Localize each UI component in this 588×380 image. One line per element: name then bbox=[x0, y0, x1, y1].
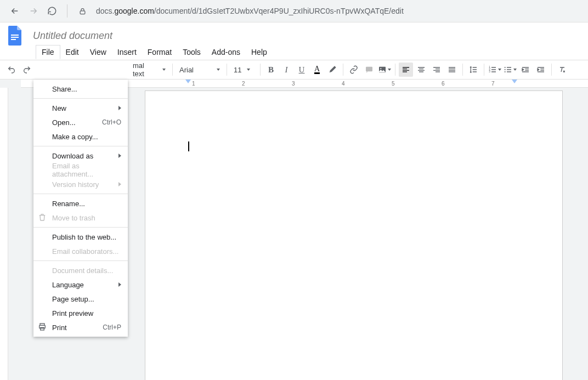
menu-rename[interactable]: Rename... bbox=[33, 196, 128, 211]
link-button[interactable] bbox=[347, 63, 361, 77]
chevron-down-icon bbox=[513, 69, 517, 71]
highlight-button[interactable] bbox=[325, 63, 340, 77]
align-left-button[interactable] bbox=[399, 63, 413, 77]
font-label: Arial bbox=[179, 66, 194, 74]
line-spacing-button[interactable] bbox=[466, 63, 480, 77]
file-menu-dropdown: Share... New Open...Ctrl+O Make a copy..… bbox=[33, 80, 128, 337]
workspace: 1 2 3 4 5 6 7 Share... New Open...Ctrl+O… bbox=[0, 80, 588, 380]
increase-indent-button[interactable] bbox=[534, 63, 548, 77]
numbered-list-button[interactable]: 123 bbox=[488, 63, 502, 77]
menu-edit[interactable]: Edit bbox=[60, 46, 84, 59]
separator bbox=[33, 260, 128, 261]
chevron-down-icon bbox=[162, 69, 166, 71]
reload-button[interactable] bbox=[44, 3, 60, 19]
redo-button[interactable] bbox=[20, 63, 34, 77]
docs-logo[interactable] bbox=[5, 26, 25, 46]
chevron-down-icon bbox=[247, 69, 250, 71]
chevron-down-icon bbox=[388, 69, 391, 71]
submenu-arrow-icon bbox=[118, 106, 121, 110]
menu-bar: File Edit View Insert Format Tools Add-o… bbox=[5, 44, 583, 60]
italic-button[interactable]: I bbox=[279, 63, 293, 77]
toolbar: mal text Arial 11 B I U A 123 bbox=[0, 60, 588, 80]
decrease-indent-button[interactable] bbox=[518, 63, 533, 77]
menu-email-collaborators: Email collaborators... bbox=[33, 244, 128, 258]
fontsize-dropdown[interactable]: 11 bbox=[230, 63, 257, 77]
indent-marker-right[interactable] bbox=[512, 80, 517, 83]
separator bbox=[33, 194, 128, 194]
svg-rect-0 bbox=[80, 10, 85, 14]
menu-publish-web[interactable]: Publish to the web... bbox=[33, 230, 128, 244]
comment-button[interactable] bbox=[362, 63, 376, 77]
back-button[interactable] bbox=[7, 3, 23, 19]
document-page[interactable] bbox=[145, 90, 563, 380]
clear-format-button[interactable] bbox=[555, 63, 569, 77]
submenu-arrow-icon bbox=[118, 154, 121, 158]
separator bbox=[462, 64, 463, 76]
ruler-tick: 6 bbox=[442, 81, 445, 87]
chevron-down-icon bbox=[498, 69, 501, 71]
menu-help[interactable]: Help bbox=[246, 46, 273, 59]
menu-tools[interactable]: Tools bbox=[177, 46, 206, 59]
align-right-button[interactable] bbox=[429, 63, 444, 77]
svg-rect-3 bbox=[11, 39, 16, 40]
svg-point-6 bbox=[380, 68, 381, 69]
menu-page-setup[interactable]: Page setup... bbox=[33, 292, 128, 306]
align-justify-button[interactable] bbox=[445, 63, 459, 77]
menu-language[interactable]: Language bbox=[33, 277, 128, 292]
forward-button[interactable] bbox=[25, 3, 42, 19]
separator bbox=[343, 64, 343, 76]
menu-open[interactable]: Open...Ctrl+O bbox=[33, 115, 128, 129]
styles-dropdown[interactable]: mal text bbox=[129, 63, 169, 77]
vertical-ruler[interactable] bbox=[0, 88, 8, 380]
svg-rect-1 bbox=[11, 35, 19, 36]
ruler-tick: 3 bbox=[292, 81, 295, 87]
menu-document-details: Document details... bbox=[33, 263, 128, 277]
url-bar[interactable]: docs.google.com/document/d/1dGsIetT2Uwbx… bbox=[96, 7, 404, 15]
text-color-button[interactable]: A bbox=[310, 63, 324, 77]
lock-icon bbox=[74, 3, 91, 19]
ruler-tick: 2 bbox=[242, 81, 245, 87]
shortcut-label: Ctrl+P bbox=[103, 324, 121, 331]
doc-title[interactable]: Untitled document bbox=[33, 30, 112, 42]
menu-move-to-trash: Move to trash bbox=[33, 211, 128, 225]
bulleted-list-button[interactable] bbox=[503, 63, 517, 77]
fontsize-label: 11 bbox=[234, 66, 241, 74]
menu-view[interactable]: View bbox=[84, 46, 112, 59]
menu-new[interactable]: New bbox=[33, 101, 128, 115]
svg-point-11 bbox=[505, 69, 506, 70]
svg-point-10 bbox=[505, 67, 506, 68]
undo-button[interactable] bbox=[4, 63, 19, 77]
menu-format[interactable]: Format bbox=[142, 46, 177, 59]
menu-print-preview[interactable]: Print preview bbox=[33, 306, 128, 320]
bold-button[interactable]: B bbox=[264, 63, 278, 77]
styles-label: mal text bbox=[133, 61, 157, 78]
separator bbox=[33, 98, 128, 99]
menu-download-as[interactable]: Download as bbox=[33, 149, 128, 163]
print-icon bbox=[38, 322, 47, 331]
image-button[interactable] bbox=[377, 63, 392, 77]
url-host: google.com bbox=[114, 7, 154, 15]
svg-rect-2 bbox=[11, 37, 19, 38]
menu-share[interactable]: Share... bbox=[33, 82, 128, 96]
separator bbox=[33, 146, 128, 146]
menu-file[interactable]: File bbox=[36, 45, 60, 59]
submenu-arrow-icon bbox=[118, 282, 121, 287]
menu-make-copy[interactable]: Make a copy... bbox=[33, 129, 128, 144]
indent-marker-left[interactable] bbox=[185, 80, 191, 83]
url-path: /document/d/1dGsIetT2UwbxVqer4P9U_zxIhiU… bbox=[154, 7, 404, 15]
separator bbox=[67, 4, 67, 18]
menu-email-attachment: Email as attachment... bbox=[33, 163, 128, 177]
separator bbox=[395, 64, 395, 76]
menu-addons[interactable]: Add-ons bbox=[206, 46, 246, 59]
menu-print[interactable]: PrintCtrl+P bbox=[33, 320, 128, 334]
svg-text:3: 3 bbox=[489, 70, 490, 73]
menu-insert[interactable]: Insert bbox=[112, 46, 142, 59]
align-center-button[interactable] bbox=[414, 63, 428, 77]
font-dropdown[interactable]: Arial bbox=[176, 63, 223, 77]
ruler-tick: 7 bbox=[491, 81, 495, 87]
submenu-arrow-icon bbox=[118, 182, 121, 186]
underline-button[interactable]: U bbox=[295, 63, 309, 77]
svg-point-12 bbox=[505, 71, 506, 72]
ruler-tick: 5 bbox=[392, 81, 395, 87]
separator bbox=[33, 227, 128, 228]
